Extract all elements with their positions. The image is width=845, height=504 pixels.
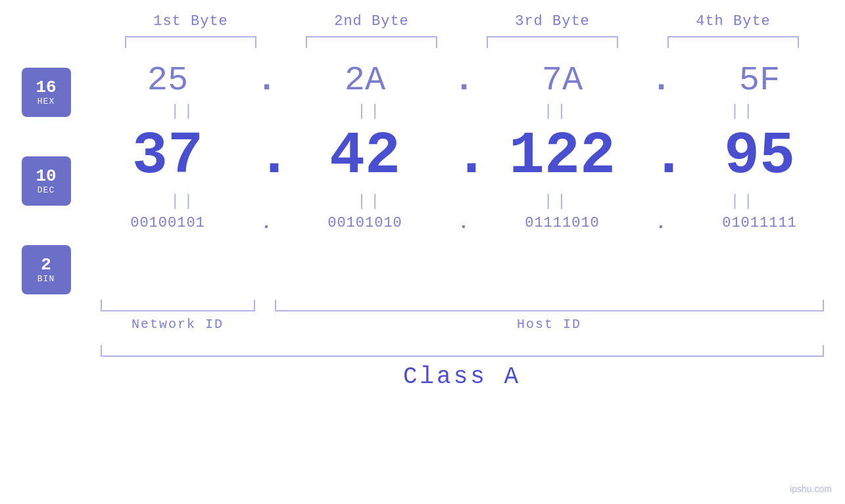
values-grid: 25 . 2A . 7A . 5F || || || || 37 . 42 . xyxy=(91,61,837,233)
bin-dot-1: . xyxy=(256,213,276,233)
bin-dot-3: . xyxy=(651,213,671,233)
class-bracket-row xyxy=(101,345,824,357)
byte3-header: 3rd Byte xyxy=(473,13,631,30)
bracket-network xyxy=(101,300,255,311)
hex-badge-label: HEX xyxy=(37,97,55,106)
bin-badge: 2 BIN xyxy=(22,245,71,294)
dec-dot-1: . xyxy=(256,123,276,190)
bottom-brackets xyxy=(101,300,824,311)
hex-val-4: 5F xyxy=(694,61,825,100)
eq-2-4: || xyxy=(678,193,809,210)
watermark: ipshu.com xyxy=(790,484,832,494)
dec-row: 37 . 42 . 122 . 95 xyxy=(91,123,837,190)
equals-row-1: || || || || xyxy=(91,103,837,120)
dec-badge-num: 10 xyxy=(36,167,56,186)
dec-val-2: 42 xyxy=(299,123,431,190)
eq-1-1: || xyxy=(118,103,249,120)
bracket-top-1 xyxy=(125,36,256,48)
badges-col: 16 HEX 10 DEC 2 BIN xyxy=(22,68,71,294)
bin-val-3: 01111010 xyxy=(496,215,628,231)
bin-badge-label: BIN xyxy=(37,274,55,284)
network-id-label: Network ID xyxy=(101,317,255,332)
hex-dot-2: . xyxy=(454,61,473,100)
hex-val-2: 2A xyxy=(299,61,431,100)
bin-dot-2: . xyxy=(454,213,473,233)
eq-1-3: || xyxy=(491,103,623,120)
main-container: 1st Byte 2nd Byte 3rd Byte 4th Byte 16 H… xyxy=(0,0,845,504)
dec-val-1: 37 xyxy=(102,123,233,190)
bin-val-1: 00100101 xyxy=(102,215,233,231)
hex-badge-num: 16 xyxy=(36,78,56,97)
byte2-header: 2nd Byte xyxy=(293,13,450,30)
dec-dot-2: . xyxy=(454,123,473,190)
equals-row-2: || || || || xyxy=(91,193,837,210)
eq-2-1: || xyxy=(118,193,249,210)
bracket-top-3 xyxy=(487,36,618,48)
bracket-class xyxy=(101,345,824,357)
bracket-top-2 xyxy=(306,36,437,48)
bin-badge-num: 2 xyxy=(41,256,51,275)
byte1-header: 1st Byte xyxy=(112,13,270,30)
hex-val-3: 7A xyxy=(496,61,628,100)
hex-badge: 16 HEX xyxy=(22,68,71,117)
bracket-host xyxy=(275,300,824,311)
bin-val-4: 01011111 xyxy=(694,215,825,231)
top-brackets xyxy=(101,36,824,48)
dec-val-3: 122 xyxy=(496,123,628,190)
hex-dot-1: . xyxy=(256,61,276,100)
hex-val-1: 25 xyxy=(102,61,233,100)
dec-badge: 10 DEC xyxy=(22,156,71,206)
content-area: 16 HEX 10 DEC 2 BIN 25 . 2A . 7A . 5F xyxy=(22,61,837,294)
bin-val-2: 00101010 xyxy=(299,215,431,231)
byte4-header: 4th Byte xyxy=(654,13,812,30)
class-a-label: Class A xyxy=(101,363,824,390)
eq-1-2: || xyxy=(304,103,436,120)
eq-1-4: || xyxy=(678,103,809,120)
byte-headers: 1st Byte 2nd Byte 3rd Byte 4th Byte xyxy=(101,13,824,30)
bracket-top-4 xyxy=(667,36,799,48)
hex-row: 25 . 2A . 7A . 5F xyxy=(91,61,837,100)
eq-2-2: || xyxy=(304,193,436,210)
eq-2-3: || xyxy=(491,193,623,210)
dec-badge-label: DEC xyxy=(37,185,55,195)
hex-dot-3: . xyxy=(651,61,671,100)
host-id-label: Host ID xyxy=(275,317,824,332)
network-host-labels: Network ID Host ID xyxy=(101,317,824,332)
bin-row: 00100101 . 00101010 . 01111010 . 0101111… xyxy=(91,213,837,233)
dec-val-4: 95 xyxy=(694,123,825,190)
dec-dot-3: . xyxy=(651,123,671,190)
